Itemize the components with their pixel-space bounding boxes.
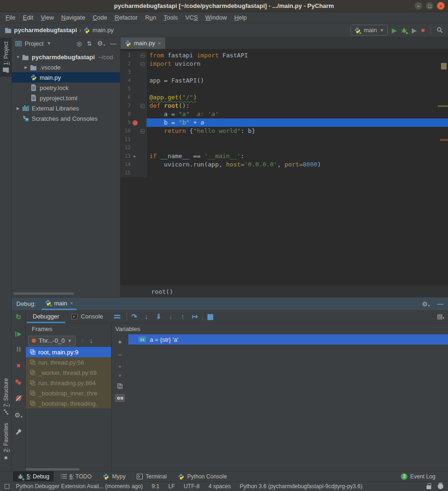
breadcrumb-method[interactable]: root() <box>151 288 173 295</box>
stop-button[interactable]: ■ <box>421 27 425 34</box>
project-tree-item[interactable]: ▼pycharmdebugfastapi~/cod <box>12 52 120 62</box>
fold-box-icon[interactable]: – <box>140 62 145 66</box>
menu-help[interactable]: Help <box>231 13 251 22</box>
editor-gutter[interactable]: 10– <box>120 127 147 135</box>
search-everywhere-button[interactable] <box>436 27 443 34</box>
indent-style[interactable]: 4 spaces <box>209 483 231 490</box>
caret-position[interactable]: 9:1 <box>152 483 160 490</box>
project-tree-item[interactable]: pyproject.toml <box>12 93 120 103</box>
locate-icon[interactable]: ◎ <box>77 40 82 47</box>
stop-button[interactable]: ■ <box>17 362 21 369</box>
editor-gutter[interactable]: 4 <box>120 76 147 85</box>
frame-row[interactable]: root, main.py:9 <box>26 347 111 357</box>
duplicate-icon[interactable] <box>117 383 123 389</box>
breakpoint-gutter[interactable] <box>131 118 139 127</box>
show-return-values-button[interactable] <box>115 394 125 402</box>
tool-window-tab-6-todo[interactable]: 6: TODO <box>56 471 96 481</box>
menu-file[interactable]: File <box>2 13 19 22</box>
code-text[interactable]: a = "a" a: 'a' <box>147 110 448 118</box>
fold-box-icon[interactable]: – <box>140 104 145 108</box>
inspections-profile-icon[interactable] <box>438 484 443 489</box>
settings-gear-icon[interactable]: ⚙▾ <box>97 40 105 47</box>
debug-button[interactable] <box>401 27 407 34</box>
project-tree-item[interactable]: ▶.vscode <box>12 62 120 72</box>
move-watch-up-button[interactable]: ▲ <box>118 364 122 368</box>
collapse-all-icon[interactable]: ⇅ <box>87 40 92 47</box>
tree-expanded-arrow[interactable]: ▼ <box>14 55 21 59</box>
editor-gutter[interactable]: 3 <box>120 68 147 76</box>
fold-box-icon[interactable]: – <box>140 54 145 58</box>
frame-row[interactable]: _worker, thread.py:69 <box>26 367 111 378</box>
settings-gear-icon[interactable]: ⚙▾ <box>422 300 430 308</box>
frame-row[interactable]: run, thread.py:56 <box>26 357 111 367</box>
code-text[interactable] <box>147 85 448 93</box>
menu-edit[interactable]: Edit <box>19 13 37 22</box>
stripe-button-2-favorites[interactable]: ★2: Favorites <box>0 420 12 464</box>
fold-box-icon[interactable]: – <box>140 129 145 133</box>
code-text[interactable]: import uvicorn <box>147 60 448 68</box>
remove-watch-button[interactable]: − <box>118 351 122 359</box>
add-watch-button[interactable]: + <box>118 338 122 346</box>
project-tree-item[interactable]: main.py <box>12 72 120 83</box>
menu-view[interactable]: View <box>37 13 57 22</box>
close-icon[interactable]: × <box>70 300 73 306</box>
code-text[interactable] <box>147 169 448 177</box>
project-tree-item[interactable]: poetry.lock <box>12 83 120 93</box>
editor-tab-mainpy[interactable]: main.py × <box>120 37 165 49</box>
breadcrumb-item[interactable]: main.py <box>84 27 114 34</box>
frame-row[interactable]: _bootstrap, threading. <box>26 398 111 408</box>
run-button[interactable]: ▶ <box>392 27 397 34</box>
horizontal-scrollbar[interactable] <box>14 292 74 295</box>
fold-marker[interactable]: – <box>139 102 146 110</box>
editor-gutter[interactable]: 15 <box>120 169 147 177</box>
settings-gear-icon[interactable]: ⚙▾ <box>14 411 22 419</box>
fold-marker[interactable]: – <box>139 51 146 60</box>
previous-frame-button[interactable]: ↑ <box>81 337 84 344</box>
run-configuration-selector[interactable]: main▼ <box>350 25 387 35</box>
project-tree-item[interactable]: ▶External Libraries <box>12 103 120 113</box>
editor-gutter[interactable]: 1– <box>120 51 147 60</box>
breadcrumb-item[interactable]: pycharmdebugfastapi <box>5 27 77 34</box>
editor-gutter[interactable]: 2– <box>120 60 147 68</box>
menu-navigate[interactable]: Navigate <box>57 13 89 22</box>
code-text[interactable]: @app.get("/") <box>147 93 448 102</box>
pause-button[interactable] <box>17 347 21 352</box>
run-to-cursor-button[interactable]: ↦ <box>189 312 201 321</box>
breakpoint-icon[interactable] <box>133 120 138 125</box>
chevron-down-icon[interactable]: ▼ <box>47 41 51 46</box>
code-area[interactable]: 1–from fastapi import FastAPI2–import uv… <box>120 49 448 285</box>
editor-gutter[interactable]: 13▶ <box>120 152 147 160</box>
mute-breakpoints-button[interactable] <box>16 395 21 401</box>
tree-collapsed-arrow[interactable]: ▶ <box>14 106 21 111</box>
code-text[interactable]: if __name__ == '__main__': <box>147 152 448 160</box>
tool-window-tab-terminal[interactable]: Terminal <box>133 471 171 481</box>
tool-window-tab-5-debug[interactable]: 5: Debug <box>13 471 54 481</box>
resume-button[interactable]: ▶ <box>15 332 21 337</box>
move-watch-down-button[interactable]: ▼ <box>118 373 122 378</box>
run-with-coverage-button[interactable]: ▶ <box>412 27 417 34</box>
editor-gutter[interactable]: 11 <box>120 135 147 144</box>
code-text[interactable]: def root(): <box>147 102 448 110</box>
step-out-button[interactable]: ↑ <box>177 312 189 320</box>
code-text[interactable]: from fastapi import FastAPI <box>147 51 448 60</box>
tool-window-tab-python-console[interactable]: Python Console <box>174 471 231 481</box>
project-header-title[interactable]: Project <box>25 40 43 47</box>
menu-run[interactable]: Run <box>141 13 160 22</box>
step-into-my-code-button[interactable]: ⇓ <box>153 312 165 321</box>
code-text[interactable]: uvicorn.run(app, host='0.0.0.0', port=80… <box>147 160 448 169</box>
editor-gutter[interactable]: 7– <box>120 102 147 110</box>
stripe-button-7-structure[interactable]: 7: Structure <box>0 375 12 418</box>
horizontal-scrollbar[interactable] <box>26 468 79 470</box>
pin-tab-button[interactable] <box>15 429 21 435</box>
menu-code[interactable]: Code <box>89 13 111 22</box>
debugger-extension-message[interactable]: Python Debugger Extension Avail... (mome… <box>16 483 143 490</box>
event-log-button[interactable]: 3Event Log <box>397 471 440 481</box>
menu-window[interactable]: Window <box>202 13 231 22</box>
project-tree-item[interactable]: Scratches and Consoles <box>12 113 120 124</box>
close-button[interactable]: × <box>437 2 445 10</box>
thread-selector[interactable]: Thr...-0_0 ▼ <box>28 336 76 346</box>
next-frame-button[interactable]: ↓ <box>90 337 93 344</box>
editor-gutter[interactable]: 5 <box>120 85 147 93</box>
file-encoding[interactable]: UTF-8 <box>184 483 200 490</box>
code-text[interactable] <box>147 68 448 76</box>
